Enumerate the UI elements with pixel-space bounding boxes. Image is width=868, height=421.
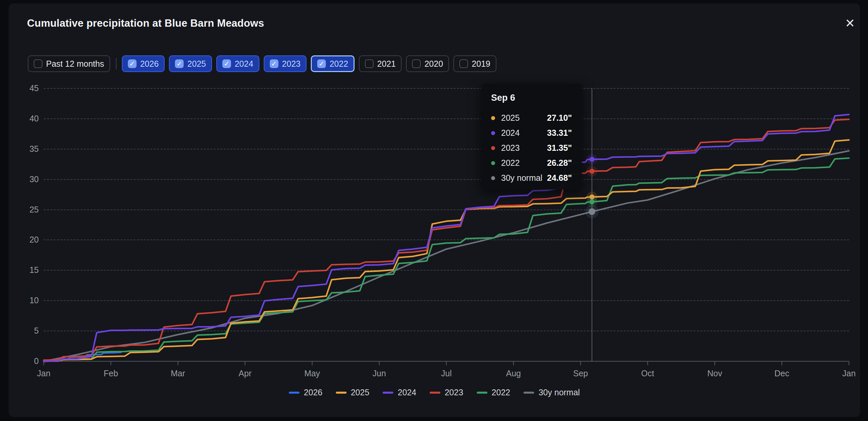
- legend-item-label: 2022: [492, 388, 510, 397]
- tooltip-series-value: 27.10": [547, 113, 572, 123]
- tooltip-row: 202527.10": [491, 110, 572, 125]
- legend-swatch-icon: [477, 392, 488, 394]
- highlight-dot-2022: [590, 199, 595, 204]
- tooltip-series-value: 26.28": [547, 158, 572, 168]
- precipitation-lines-svg[interactable]: [9, 3, 868, 421]
- highlight-dot-30y-normal: [589, 208, 595, 215]
- series-dot-icon: [491, 176, 495, 180]
- tooltip-row: 30y normal24.68": [491, 170, 572, 186]
- series-line-30y-normal: [44, 151, 849, 361]
- legend-swatch-icon: [336, 392, 346, 394]
- series-dot-icon: [491, 161, 495, 165]
- series-dot-icon: [491, 131, 495, 135]
- series-line-2024: [44, 115, 849, 361]
- tooltip-series-value: 31.35": [547, 143, 572, 153]
- series-line-2023: [44, 120, 849, 360]
- tooltip-series-label: 2022: [501, 158, 547, 168]
- legend-swatch-icon: [430, 392, 440, 394]
- legend-item-2022[interactable]: 2022: [477, 388, 510, 397]
- legend-swatch-icon: [289, 392, 300, 394]
- tooltip-series-value: 33.31": [547, 128, 572, 138]
- tooltip-series-label: 2024: [501, 128, 547, 138]
- legend-item-2023[interactable]: 2023: [430, 388, 463, 397]
- legend-item-2025[interactable]: 2025: [336, 388, 370, 397]
- series-dot-icon: [491, 146, 495, 150]
- tooltip-series-label: 30y normal: [501, 173, 547, 183]
- highlight-dot-2023: [590, 169, 595, 174]
- tooltip-row: 202226.28": [491, 156, 572, 170]
- legend-swatch-icon: [524, 392, 534, 394]
- chart-tooltip: Sep 6 202527.10"202433.31"202331.35"2022…: [481, 84, 582, 190]
- precipitation-modal: Cumulative precipitation at Blue Barn Me…: [9, 3, 860, 417]
- tooltip-rows: 202527.10"202433.31"202331.35"202226.28"…: [491, 110, 572, 186]
- tooltip-row: 202433.31": [491, 125, 572, 140]
- legend-swatch-icon: [382, 392, 393, 394]
- tooltip-series-label: 2023: [501, 143, 547, 153]
- legend-item-2026[interactable]: 2026: [289, 388, 322, 397]
- tooltip-date: Sep 6: [491, 93, 572, 103]
- legend-item-label: 30y normal: [538, 388, 580, 397]
- legend-item-30y-normal[interactable]: 30y normal: [524, 388, 580, 397]
- legend-item-label: 2025: [351, 388, 370, 397]
- legend-item-label: 2026: [304, 388, 322, 397]
- chart-legend: 2026202520242023202230y normal: [9, 388, 860, 397]
- series-line-2022: [44, 158, 849, 361]
- legend-item-label: 2024: [398, 388, 416, 397]
- legend-item-label: 2023: [445, 388, 463, 397]
- highlight-dot-2024: [590, 157, 595, 162]
- legend-item-2024[interactable]: 2024: [382, 388, 416, 397]
- tooltip-series-value: 24.68": [547, 173, 572, 183]
- tooltip-series-label: 2025: [501, 113, 547, 123]
- tooltip-row: 202331.35": [491, 140, 572, 156]
- series-dot-icon: [491, 116, 495, 120]
